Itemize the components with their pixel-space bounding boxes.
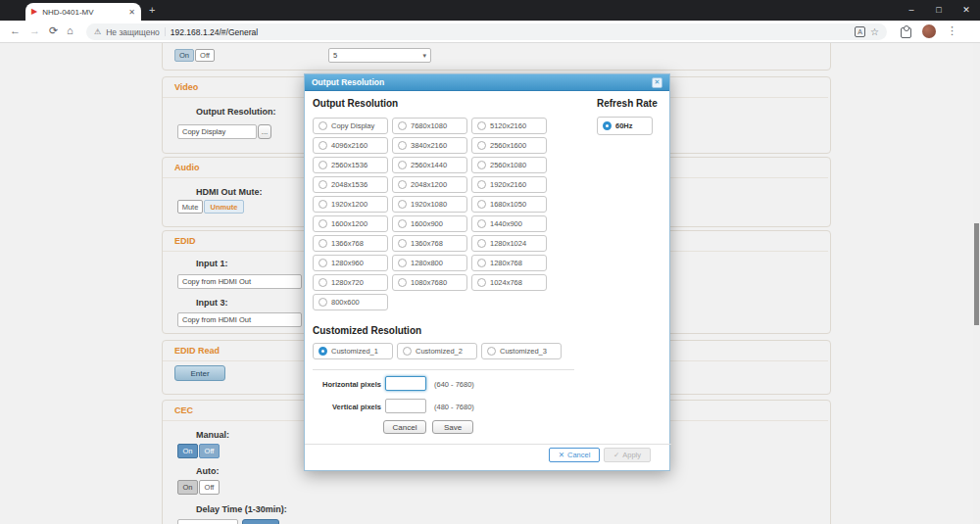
resolution-option[interactable]: 1280x1024 [471,235,547,252]
resolution-option[interactable]: 2560x1600 [471,137,547,154]
radio-icon [398,200,407,209]
radio-icon [318,239,327,248]
resolution-option[interactable]: 1600x900 [392,215,467,232]
window-maximize-button[interactable]: □ [925,0,953,21]
general-select[interactable]: 5 ▾ [328,48,431,63]
radio-icon [477,180,486,189]
resolution-option[interactable]: 1280x960 [313,255,388,271]
option-label: 3840x2160 [411,141,447,150]
vertical-pixels-input[interactable] [385,399,426,413]
edid-section-header: EDID [174,236,196,246]
cec-delay-select[interactable] [177,519,238,524]
resolution-option[interactable]: 1920x2160 [471,176,547,193]
browser-tab[interactable]: ▶ NHD-0401-MV ✕ [25,3,141,21]
mute-button[interactable]: Mute [177,200,203,214]
resolution-option[interactable]: 1080x7680 [392,274,467,291]
resolution-option[interactable]: 1366x768 [313,235,388,252]
resolution-option[interactable]: 2048x1200 [392,176,467,193]
profile-avatar[interactable] [922,24,936,38]
url-text[interactable]: 192.168.1.24/#/General [171,27,850,37]
cec-manual-on-button[interactable]: On [177,444,198,458]
resolution-option[interactable]: 2560x1440 [392,157,467,173]
resolution-option[interactable]: 1680x1050 [471,196,547,213]
cec-auto-on-button[interactable]: On [177,480,198,495]
resolution-option[interactable]: 1600x1200 [313,215,388,232]
option-label: 1280x720 [331,278,364,287]
customized-option[interactable]: Customized_1 [313,343,393,359]
custom-cancel-button[interactable]: Cancel [383,420,426,434]
resolution-option[interactable]: 1280x800 [392,255,467,271]
resolution-option[interactable]: 2560x1080 [471,157,547,173]
window-close-button[interactable]: ✕ [953,0,980,21]
resolution-option[interactable]: 1360x768 [392,235,467,252]
check-icon: ✓ [613,451,619,459]
vertical-pixels-range: (480 - 7680) [434,403,474,411]
edid-input1-select[interactable]: Copy from HDMI Out [177,274,302,289]
option-label: 1024x768 [490,278,522,287]
resolution-option[interactable]: 1920x1200 [313,196,388,213]
bookmark-star-icon[interactable]: ☆ [870,26,879,37]
tab-close-icon[interactable]: ✕ [128,8,135,17]
resolution-option[interactable]: 4096x2160 [313,137,388,154]
resolution-option[interactable]: 800x600 [313,294,388,310]
dialog-close-button[interactable]: ✕ [652,77,662,88]
home-icon[interactable]: ⌂ [67,24,74,36]
customized-option[interactable]: Customized_3 [481,343,562,359]
reload-icon[interactable]: ⟳ [49,24,58,37]
power-on-button[interactable]: On [174,49,194,62]
page-scrollbar[interactable] [973,43,980,524]
customized-option[interactable]: Customized_2 [397,343,477,359]
new-tab-button[interactable]: + [149,4,155,16]
radio-icon [477,259,486,267]
output-resolution-combobox[interactable]: Copy Display [177,124,257,139]
refresh-rate-option[interactable]: 60Hz [597,117,653,135]
option-label: 2048x1536 [331,180,368,189]
radio-icon [487,347,496,356]
dialog-apply-button[interactable]: ✓ Apply [604,448,651,462]
option-label: 1920x1200 [331,200,368,209]
address-bar[interactable]: ⚠ Не защищено 192.168.1.24/#/General A ☆ [86,24,887,40]
translate-icon[interactable]: A [855,26,865,37]
cec-auto-off-button[interactable]: Off [199,480,220,495]
edid-read-enter-button[interactable]: Enter [174,365,225,381]
window-minimize-button[interactable]: – [898,0,925,21]
radio-icon [403,347,412,356]
resolution-option[interactable]: 2048x1536 [313,176,388,193]
option-label: 1280x960 [331,259,364,267]
power-off-button[interactable]: Off [195,49,215,62]
horizontal-pixels-input[interactable] [385,376,426,391]
radio-icon [318,180,327,189]
resolution-option[interactable]: Copy Display [313,118,388,134]
video-section-header: Video [174,82,198,92]
browser-menu-icon[interactable]: ⋮ [947,24,957,37]
option-label: Customized_2 [416,347,463,356]
option-label: 1080x7680 [411,278,447,287]
security-label[interactable]: Не защищено [106,27,160,37]
unmute-button[interactable]: Unmute [204,200,244,214]
resolution-option[interactable]: 5120x2160 [471,118,547,134]
resolution-option[interactable]: 2560x1536 [313,157,388,173]
output-resolution-more-button[interactable]: ... [258,124,271,139]
option-label: 1366x768 [331,239,364,248]
close-icon: ✕ [559,451,564,459]
extensions-icon[interactable] [901,27,911,38]
edid-read-section-header: EDID Read [174,346,220,356]
scrollbar-thumb[interactable] [974,223,979,325]
resolution-option[interactable]: 1920x1080 [392,196,467,213]
resolution-option[interactable]: 7680x1080 [392,118,467,134]
combobox-value: Copy Display [182,127,225,136]
forward-icon[interactable]: → [29,24,40,36]
resolution-option[interactable]: 1440x900 [471,215,547,232]
cec-delay-apply-button[interactable] [242,519,279,524]
resolution-option[interactable]: 1280x768 [471,255,547,271]
dialog-cancel-button[interactable]: ✕ Cancel [549,448,600,462]
custom-save-button[interactable]: Save [432,420,473,434]
resolution-option[interactable]: 1280x720 [313,274,388,291]
edid-input3-select[interactable]: Copy from HDMI Out [177,312,302,327]
resolution-option[interactable]: 1024x768 [471,274,547,291]
back-icon[interactable]: ← [10,24,21,36]
horizontal-pixels-label: Horizontal pixels [313,380,381,389]
cec-manual-off-button[interactable]: Off [199,444,220,458]
resolution-option[interactable]: 3840x2160 [392,137,467,154]
chevron-down-icon: ▾ [422,52,426,60]
